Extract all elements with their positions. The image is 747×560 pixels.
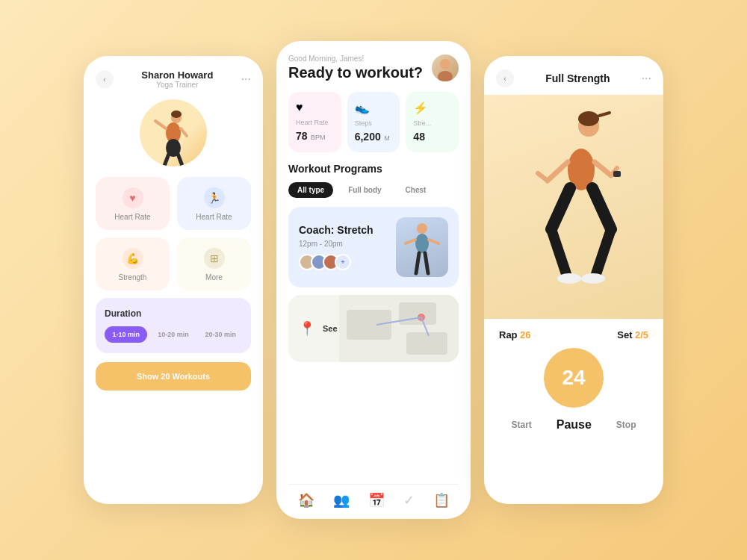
map-svg <box>339 295 459 362</box>
filter-all-type[interactable]: All type <box>288 182 333 198</box>
svg-line-3 <box>181 128 187 136</box>
phone3-header: ‹ Full Strength ··· <box>484 56 663 95</box>
show-workouts-button[interactable]: Show 20 Workouts <box>96 362 251 391</box>
phone-2: Good Morning, James! Ready to workout? ♥… <box>276 41 471 519</box>
heart-rate-card-2[interactable]: 🏃 Heart Rate <box>177 177 251 230</box>
profile-avatar[interactable] <box>432 55 459 81</box>
avatar-section <box>96 99 251 167</box>
steps-metric-label: Steps <box>355 119 393 127</box>
coach-avatars: + <box>299 254 396 270</box>
svg-line-25 <box>548 162 568 181</box>
rap-stat: Rap 26 <box>499 329 530 340</box>
stretch-figure <box>400 221 444 277</box>
more-label: More <box>205 273 223 281</box>
duration-buttons: 1-10 min 10-20 min 20-30 min <box>105 326 242 343</box>
timer-circle: 24 <box>544 348 604 408</box>
run-icon: 🏃 <box>204 187 225 208</box>
stop-button[interactable]: Stop <box>616 418 636 432</box>
strength-metric: ⚡ Stre... 48 <box>406 92 459 152</box>
pause-button[interactable]: Pause <box>557 418 592 432</box>
user-info: Sharon Howard Yoga Trainer <box>141 69 213 89</box>
workout-card[interactable]: Coach: Stretch 12pm - 20pm + <box>288 207 459 287</box>
svg-line-31 <box>551 229 566 274</box>
svg-line-30 <box>592 188 611 229</box>
phone3-back-button[interactable]: ‹ <box>496 69 514 87</box>
svg-line-15 <box>425 253 428 273</box>
svg-line-6 <box>178 154 182 166</box>
svg-point-34 <box>581 273 605 284</box>
svg-line-12 <box>406 240 415 243</box>
strength-icon: 💪 <box>123 248 143 269</box>
nav-check-icon[interactable]: ✓ <box>403 492 415 508</box>
metrics-row: ♥ Heart Rate 78 BPM 👟 Steps 6,200 M ⚡ St… <box>288 92 459 152</box>
duration-card: Duration 1-10 min 10-20 min 20-30 min <box>96 298 251 353</box>
phone3-more-button[interactable]: ··· <box>642 72 651 85</box>
workout-programs-title: Workout Programs <box>288 163 459 175</box>
svg-point-8 <box>440 59 450 69</box>
svg-rect-17 <box>347 310 391 340</box>
yoga-figure <box>148 111 199 167</box>
phone-1: ‹ Sharon Howard Yoga Trainer ··· <box>84 56 263 504</box>
exercise-image <box>484 95 663 319</box>
strength-metric-icon: ⚡ <box>413 101 451 115</box>
nav-clipboard-icon[interactable]: 📋 <box>433 492 450 508</box>
stat-cards-grid: ♥ Heart Rate 🏃 Heart Rate 💪 Strength ⊞ M… <box>96 177 251 290</box>
set-value: 2/5 <box>635 329 648 340</box>
heart-rate-unit: BPM <box>311 134 326 141</box>
strength-card[interactable]: 💪 Strength <box>96 237 170 290</box>
more-button[interactable]: ··· <box>241 72 251 86</box>
workout-name: Coach: Stretch <box>299 224 396 237</box>
heart-rate-card-1[interactable]: ♥ Heart Rate <box>96 177 170 230</box>
svg-line-2 <box>155 121 166 128</box>
strength-value: 48 <box>413 131 425 143</box>
rap-value: 26 <box>520 329 530 340</box>
svg-line-14 <box>416 253 419 273</box>
svg-line-29 <box>551 188 570 229</box>
heart-rate-label-2: Heart Rate <box>196 213 232 221</box>
map-card[interactable]: 📍 See Route <box>288 295 459 362</box>
svg-line-26 <box>538 173 548 181</box>
svg-point-10 <box>417 223 427 234</box>
heart-rate-value: 78 <box>296 130 308 142</box>
duration-20-30-button[interactable]: 20-30 min <box>199 326 242 343</box>
main-title: Ready to workout? <box>288 64 423 81</box>
filter-full-body[interactable]: Full body <box>339 182 390 198</box>
svg-line-5 <box>164 154 169 166</box>
phone2-header: Good Morning, James! Ready to workout? <box>288 55 459 81</box>
steps-metric-value-row: 6,200 M <box>355 130 393 143</box>
user-role: Yoga Trainer <box>141 81 213 89</box>
set-stat: Set 2/5 <box>617 329 648 340</box>
svg-point-11 <box>415 234 429 253</box>
nav-people-icon[interactable]: 👥 <box>333 492 350 508</box>
workout-info: Coach: Stretch 12pm - 20pm + <box>299 224 396 270</box>
bottom-navigation: 🏠 👥 📅 ✓ 📋 <box>288 484 459 519</box>
heart-icon: ♥ <box>123 187 143 208</box>
type-filters: All type Full body Chest <box>288 182 459 198</box>
strength-metric-label: Stre... <box>413 119 451 127</box>
steps-unit: M <box>384 134 390 142</box>
more-card[interactable]: ⊞ More <box>177 237 251 290</box>
avatar <box>140 99 207 167</box>
svg-point-33 <box>557 273 581 284</box>
phone3-title: Full Strength <box>545 72 610 84</box>
nav-calendar-icon[interactable]: 📅 <box>368 492 385 508</box>
start-button[interactable]: Start <box>511 418 531 432</box>
duration-1-10-button[interactable]: 1-10 min <box>105 326 147 343</box>
greeting-section: Good Morning, James! Ready to workout? <box>288 55 423 81</box>
svg-point-22 <box>578 111 599 126</box>
duration-10-20-button[interactable]: 10-20 min <box>152 326 194 343</box>
svg-line-13 <box>429 240 438 243</box>
heart-metric-icon: ♥ <box>296 101 334 114</box>
coach-plus-badge: + <box>335 254 351 270</box>
nav-home-icon[interactable]: 🏠 <box>298 492 314 508</box>
strength-metric-value-row: 48 <box>413 130 451 143</box>
heart-rate-metric: ♥ Heart Rate 78 BPM <box>288 92 341 152</box>
svg-point-9 <box>438 71 453 81</box>
steps-value: 6,200 <box>355 131 381 143</box>
action-buttons: Start Pause Stop <box>499 418 648 432</box>
filter-chest[interactable]: Chest <box>397 182 436 198</box>
svg-line-27 <box>595 162 611 175</box>
phone1-header: ‹ Sharon Howard Yoga Trainer ··· <box>96 69 251 89</box>
back-button[interactable]: ‹ <box>96 70 114 88</box>
heart-rate-metric-value-row: 78 BPM <box>296 129 334 143</box>
